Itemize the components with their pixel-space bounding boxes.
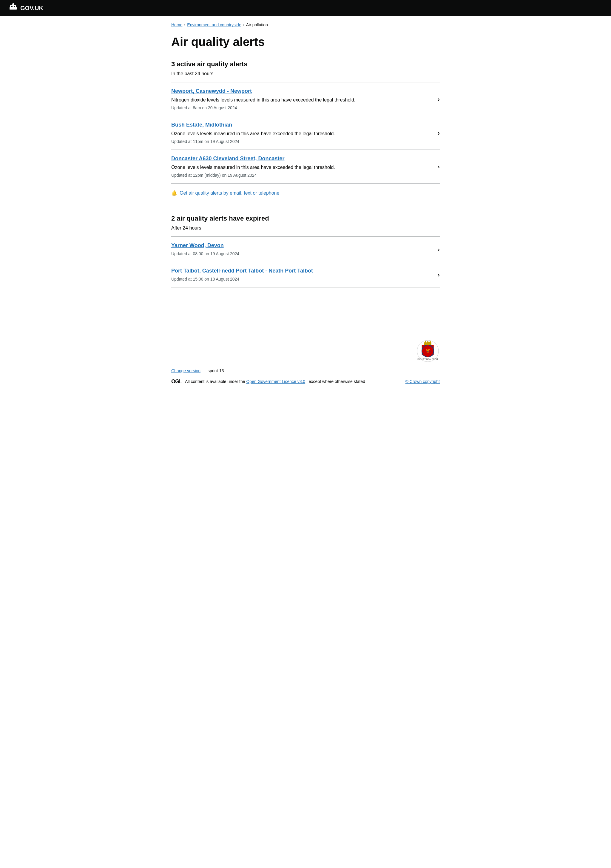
alert-item-3-updated: Updated at 12pm (midday) on 19 August 20… — [171, 172, 430, 178]
chevron-icon-2: › — [438, 129, 440, 137]
change-version-link[interactable]: Change version — [171, 368, 201, 374]
gov-header: GOV.UK — [0, 0, 611, 16]
breadcrumb-environment[interactable]: Environment and countryside — [187, 22, 241, 28]
alert-item-1[interactable]: Newport, Casnewydd - Newport Nitrogen di… — [171, 82, 440, 116]
expired-alert-1-title: Yarner Wood, Devon — [171, 242, 430, 250]
svg-point-5 — [10, 5, 11, 6]
svg-point-7 — [15, 5, 16, 6]
expired-alerts-list: Yarner Wood, Devon Updated at 08:00 on 1… — [171, 236, 440, 287]
expired-alerts-heading: 2 air quality alerts have expired — [171, 214, 440, 223]
expired-alert-item-1[interactable]: Yarner Wood, Devon Updated at 08:00 on 1… — [171, 236, 440, 262]
active-alerts-section: 3 active air quality alerts In the past … — [171, 59, 440, 204]
footer-version-row: Change version sprint-13 — [171, 368, 440, 374]
expired-alert-2-updated: Updated at 15:00 on 18 August 2024 — [171, 276, 430, 282]
svg-rect-2 — [12, 6, 14, 8]
notification-link[interactable]: 🔔 Get air quality alerts by email, text … — [171, 184, 440, 204]
coat-of-arms-icon: ♛ DIEU ET MON DROIT ET MON — [416, 339, 440, 363]
chevron-icon-3: › — [438, 162, 440, 171]
alert-item-2-desc: Ozone levels levels measured in this are… — [171, 130, 430, 137]
svg-text:DIEU ET MON DROIT: DIEU ET MON DROIT — [418, 358, 438, 360]
alert-item-2-updated: Updated at 11pm on 19 August 2024 — [171, 138, 430, 145]
site-footer: ♛ DIEU ET MON DROIT ET MON Change versio… — [0, 327, 611, 392]
ogl-label: OGL — [171, 378, 182, 384]
breadcrumb-current: Air pollution — [246, 22, 268, 28]
sprint-label: sprint-13 — [208, 368, 224, 374]
footer-logo-row: ♛ DIEU ET MON DROIT ET MON — [171, 339, 440, 363]
gov-logo-link[interactable]: GOV.UK — [9, 3, 43, 13]
footer-licence-row: OGL All content is available under the O… — [171, 378, 440, 386]
chevron-icon-exp-2: › — [438, 270, 440, 279]
expired-alert-1-updated: Updated at 08:00 on 19 August 2024 — [171, 251, 430, 257]
ogl-licence-link[interactable]: Open Government Licence v3.0 — [246, 379, 305, 384]
expired-alert-item-2[interactable]: Port Talbot, Castell-nedd Port Talbot - … — [171, 262, 440, 287]
expired-alert-2-title: Port Talbot, Castell-nedd Port Talbot - … — [171, 267, 430, 275]
footer-inner: ♛ DIEU ET MON DROIT ET MON Change versio… — [162, 333, 449, 392]
active-alerts-subtext: In the past 24 hours — [171, 70, 440, 77]
crown-copyright-link[interactable]: © Crown copyright — [405, 378, 440, 385]
alert-item-2[interactable]: Bush Estate, Midlothian Ozone levels lev… — [171, 116, 440, 150]
svg-point-6 — [12, 3, 14, 4]
notification-link-text: Get air quality alerts by email, text or… — [179, 189, 279, 197]
expired-alert-1-content: Yarner Wood, Devon Updated at 08:00 on 1… — [171, 242, 430, 257]
alert-item-1-content: Newport, Casnewydd - Newport Nitrogen di… — [171, 87, 430, 111]
alert-item-1-title: Newport, Casnewydd - Newport — [171, 87, 430, 95]
active-alerts-heading: 3 active air quality alerts — [171, 59, 440, 69]
gov-logo-text: GOV.UK — [20, 3, 43, 12]
alert-item-2-title: Bush Estate, Midlothian — [171, 121, 430, 129]
chevron-icon-1: › — [438, 95, 440, 104]
svg-text:ET MON: ET MON — [424, 351, 431, 352]
svg-rect-9 — [424, 343, 432, 345]
breadcrumb-sep-2: › — [243, 22, 244, 28]
alert-item-3-title: Doncaster A630 Cleveland Street, Doncast… — [171, 155, 430, 163]
alert-item-3[interactable]: Doncaster A630 Cleveland Street, Doncast… — [171, 150, 440, 184]
svg-marker-11 — [427, 341, 429, 343]
footer-licence-text: All content is available under the Open … — [185, 378, 365, 385]
breadcrumb: Home › Environment and countryside › Air… — [171, 22, 440, 28]
page-title: Air quality alerts — [171, 35, 440, 48]
alert-item-3-desc: Ozone levels levels measured in this are… — [171, 164, 430, 171]
bell-icon: 🔔 — [171, 189, 177, 197]
active-alerts-list: Newport, Casnewydd - Newport Nitrogen di… — [171, 82, 440, 184]
alert-item-1-updated: Updated at 8am on 20 August 2024 — [171, 105, 430, 111]
alert-item-3-content: Doncaster A630 Cleveland Street, Doncast… — [171, 155, 430, 178]
breadcrumb-home[interactable]: Home — [171, 22, 182, 28]
chevron-icon-exp-1: › — [438, 245, 440, 254]
expired-alerts-subtext: After 24 hours — [171, 225, 440, 232]
main-content: Home › Environment and countryside › Air… — [162, 16, 449, 309]
crown-icon — [9, 3, 17, 13]
expired-alerts-section: 2 air quality alerts have expired After … — [171, 214, 440, 287]
footer-licence-left: OGL All content is available under the O… — [171, 378, 365, 386]
ogl-logo: OGL — [171, 378, 182, 386]
breadcrumb-sep-1: › — [184, 22, 185, 28]
alert-item-1-desc: Nitrogen dioxide levels levels measured … — [171, 96, 430, 104]
alert-item-2-content: Bush Estate, Midlothian Ozone levels lev… — [171, 121, 430, 145]
expired-alert-2-content: Port Talbot, Castell-nedd Port Talbot - … — [171, 267, 430, 282]
